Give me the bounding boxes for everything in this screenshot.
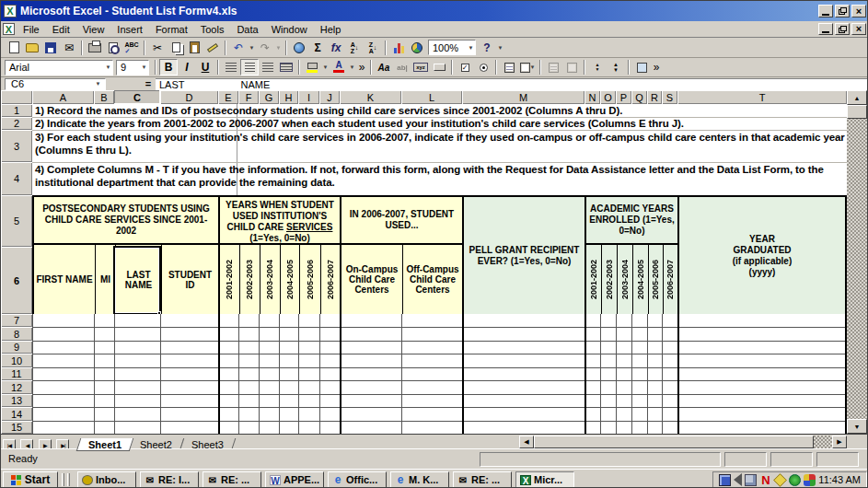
taskbar-button-inbox[interactable]: Inbo... <box>77 471 136 488</box>
menu-view[interactable]: View <box>76 22 111 37</box>
redo-icon[interactable]: ↷ <box>256 40 274 56</box>
row-header-10[interactable]: 10 <box>1 354 32 367</box>
scroll-left-icon[interactable]: ◀ <box>519 436 534 448</box>
row-header-5[interactable]: 5 <box>1 195 32 247</box>
more-buttons2-icon[interactable]: » <box>651 59 662 76</box>
menu-data[interactable]: Data <box>230 22 264 37</box>
formula-input[interactable]: LAST NAME <box>156 78 868 90</box>
row-header-8[interactable]: 8 <box>1 327 32 341</box>
name-box[interactable]: C6 ▼ <box>5 78 106 90</box>
col-header-h[interactable]: H <box>279 90 298 104</box>
save-icon[interactable] <box>41 40 60 56</box>
doc-close-button[interactable]: × <box>851 23 866 35</box>
col-header-f[interactable]: F <box>238 90 259 104</box>
taskbar-grip[interactable] <box>67 473 70 486</box>
row-header-7[interactable]: 7 <box>1 314 32 327</box>
taskbar-button-word[interactable]: W APPE... <box>265 471 324 488</box>
font-name-dropdown-icon[interactable]: ▼ <box>104 64 112 70</box>
new-icon[interactable] <box>5 40 23 56</box>
col-header-a[interactable]: A <box>32 90 94 104</box>
col-header-b[interactable]: B <box>94 90 114 104</box>
row-header-4[interactable]: 4 <box>1 162 32 195</box>
font-name-combobox[interactable]: Arial ▼ <box>5 60 113 76</box>
start-button[interactable]: Start <box>3 471 58 488</box>
align-left-icon[interactable] <box>222 59 240 76</box>
copy-icon[interactable] <box>167 40 185 56</box>
office-assistant-icon[interactable]: ? <box>478 40 496 56</box>
col-header-l[interactable]: L <box>401 90 462 104</box>
row-header-13[interactable]: 13 <box>1 394 32 407</box>
scroll-down-icon[interactable]: ▼ <box>847 419 867 434</box>
cut-icon[interactable]: ✂ <box>148 40 167 56</box>
row-header-1[interactable]: 1 <box>1 104 32 117</box>
more-buttons-icon[interactable]: » <box>356 59 367 76</box>
forms-combobox-icon[interactable]: ▼ <box>518 59 537 76</box>
year-cell[interactable]: 2004-2005 <box>281 245 300 314</box>
taskbar-button-mail-3[interactable]: ✉ RE: ... <box>453 471 512 488</box>
menu-format[interactable]: Format <box>149 22 194 37</box>
font-color-dropdown-icon[interactable]: ▼ <box>348 64 356 70</box>
restore-button[interactable] <box>835 5 850 17</box>
taskbar-button-office[interactable]: e Offic... <box>328 471 387 488</box>
col-header-t[interactable]: T <box>677 90 847 104</box>
forms-spinner-icon[interactable]: ▲▼ <box>588 59 607 76</box>
selected-cell-c6[interactable] <box>113 246 161 315</box>
row-header-11[interactable]: 11 <box>1 367 32 380</box>
col-header-p[interactable]: P <box>616 90 631 104</box>
tray-display-icon[interactable] <box>719 474 731 486</box>
tray-disk-icon[interactable] <box>773 473 787 487</box>
fill-color-dropdown-icon[interactable]: ▼ <box>321 64 330 70</box>
doc-minimize-button[interactable] <box>818 23 833 35</box>
taskbar-button-mk[interactable]: e M. K... <box>390 471 449 488</box>
pell-title[interactable]: PELL GRANT RECIPIENT EVER? (1=Yes, 0=No) <box>464 197 584 314</box>
print-icon[interactable] <box>86 40 104 56</box>
align-right-icon[interactable] <box>259 59 277 76</box>
edit-formula-icon[interactable]: = <box>141 78 156 89</box>
sort-descending-icon[interactable]: ZA ↓ <box>364 40 382 56</box>
font-size-dropdown-icon[interactable]: ▼ <box>140 64 148 70</box>
col-header-i[interactable]: I <box>298 90 319 104</box>
doc-restore-button[interactable] <box>835 23 850 35</box>
row-header-12[interactable]: 12 <box>1 380 32 394</box>
col-header-s[interactable]: S <box>662 90 677 104</box>
header-cell-first-name[interactable]: FIRST NAME <box>34 245 96 314</box>
col-header-e[interactable]: E <box>218 90 238 104</box>
vertical-scrollbar-thumb[interactable] <box>847 105 867 119</box>
year-cell[interactable]: 2006-2007 <box>321 245 340 314</box>
year-cell[interactable]: 2004-2005 <box>633 245 649 314</box>
row-header-15[interactable]: 15 <box>1 421 32 434</box>
select-all-corner[interactable] <box>1 90 32 104</box>
col-header-k[interactable]: K <box>340 90 401 104</box>
tab-sheet1[interactable]: Sheet1 <box>76 438 134 451</box>
undo-icon[interactable]: ↶ <box>229 40 248 56</box>
minimize-button[interactable] <box>818 5 833 17</box>
forms-checkbox-icon[interactable]: ✓ <box>456 59 474 76</box>
menu-window[interactable]: Window <box>265 22 314 37</box>
forms-option-button-icon[interactable] <box>474 59 492 76</box>
horizontal-scrollbar-thumb[interactable] <box>534 436 814 448</box>
col-header-o[interactable]: O <box>600 90 616 104</box>
instruction-row-3[interactable]: 3) For each student using your instituti… <box>35 132 849 157</box>
year-cell[interactable]: 2006-2007 <box>664 245 677 314</box>
col-header-d[interactable]: D <box>160 90 218 104</box>
instruction-row-4[interactable]: 4) Complete Columns M - T if you have th… <box>35 164 845 189</box>
col-header-c[interactable]: C <box>114 90 160 104</box>
menu-tools[interactable]: Tools <box>194 22 231 37</box>
taskbar-button-excel[interactable]: X Micr... <box>515 471 574 488</box>
merge-center-icon[interactable] <box>277 59 295 76</box>
year-cell[interactable]: 2003-2004 <box>260 245 281 314</box>
redo-dropdown-icon[interactable]: ▼ <box>274 45 283 51</box>
col-header-n[interactable]: N <box>584 90 600 104</box>
insert-hyperlink-icon[interactable] <box>290 40 308 56</box>
forms-label-icon[interactable]: Aa <box>375 59 393 76</box>
col-header-q[interactable]: Q <box>631 90 647 104</box>
scroll-up-icon[interactable]: ▲ <box>847 90 867 105</box>
col-header-r[interactable]: R <box>647 90 662 104</box>
vertical-scrollbar[interactable] <box>847 90 867 434</box>
row-header-3[interactable]: 3 <box>1 130 32 162</box>
menu-file[interactable]: File <box>17 22 46 37</box>
autosum-icon[interactable]: Σ <box>308 40 327 56</box>
font-size-combobox[interactable]: 9 ▼ <box>116 60 149 76</box>
chart-wizard-icon[interactable] <box>389 40 408 56</box>
fill-color-icon[interactable] <box>303 59 321 76</box>
